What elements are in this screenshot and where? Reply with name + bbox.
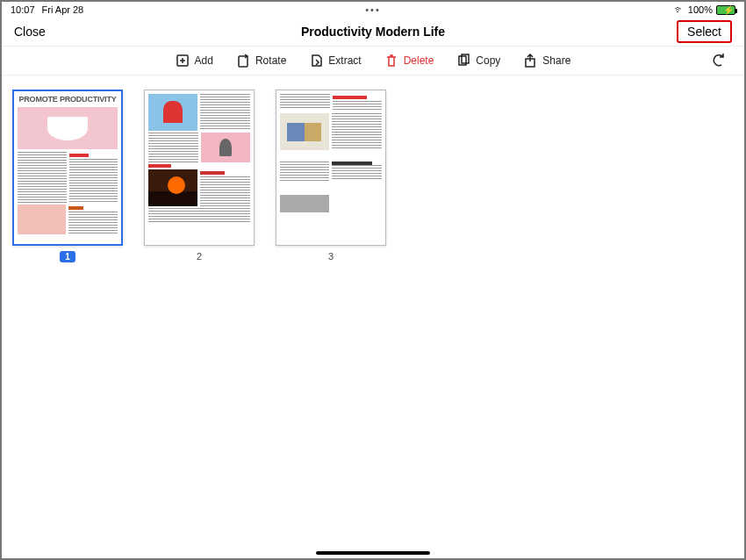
share-icon (523, 54, 537, 68)
delete-button[interactable]: Delete (384, 54, 434, 68)
page-number-2: 2 (197, 251, 202, 262)
delete-label: Delete (404, 54, 434, 67)
select-button[interactable]: Select (687, 25, 721, 39)
extract-label: Extract (328, 54, 361, 67)
rotate-button[interactable]: Rotate (236, 54, 286, 68)
home-indicator[interactable] (316, 551, 430, 555)
page-number-3: 3 (328, 251, 334, 262)
status-date: Fri Apr 28 (42, 4, 84, 15)
add-label: Add (195, 54, 213, 67)
document-title: Productivity Modern Life (301, 25, 445, 39)
status-bar: 10:07 Fri Apr 28 ••• ᯤ 100% ⚡ (2, 2, 744, 18)
status-time: 10:07 (11, 4, 35, 15)
close-button[interactable]: Close (14, 25, 46, 39)
page-thumb-1[interactable]: PROMOTE PRODUCTIVITY (12, 90, 123, 262)
page-thumb-2[interactable]: 2 (144, 90, 255, 262)
battery-pct: 100% (688, 4, 713, 15)
multitask-dots[interactable]: ••• (365, 4, 381, 15)
trash-icon (384, 54, 398, 68)
rotate-label: Rotate (255, 54, 286, 67)
nav-bar: Close Productivity Modern Life Select (2, 18, 744, 46)
select-highlight: Select (677, 20, 732, 43)
rotate-icon (236, 54, 250, 68)
extract-icon (309, 54, 323, 68)
copy-button[interactable]: Copy (456, 54, 500, 68)
page1-headline: PROMOTE PRODUCTIVITY (18, 95, 118, 105)
copy-icon (456, 54, 470, 68)
page-grid: PROMOTE PRODUCTIVITY (2, 75, 744, 276)
share-button[interactable]: Share (523, 54, 570, 68)
copy-label: Copy (476, 54, 500, 67)
share-label: Share (542, 54, 570, 67)
page-thumb-3[interactable]: 3 (276, 90, 386, 262)
add-button[interactable]: Add (176, 54, 213, 68)
battery-icon: ⚡ (716, 5, 735, 15)
toolbar: Add Rotate Extract Delete Copy Share (2, 46, 744, 75)
undo-button[interactable] (711, 52, 727, 70)
wifi-icon: ᯤ (674, 4, 685, 16)
page-number-1: 1 (60, 251, 75, 262)
undo-icon (711, 52, 727, 68)
extract-button[interactable]: Extract (309, 54, 361, 68)
add-icon (176, 54, 190, 68)
